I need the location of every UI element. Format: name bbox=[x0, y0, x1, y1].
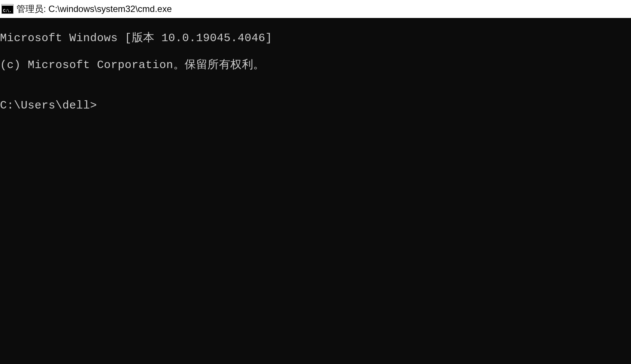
cmd-icon-text: C:\. bbox=[3, 9, 11, 13]
terminal-input[interactable] bbox=[97, 99, 631, 112]
cmd-icon: C:\. bbox=[1, 4, 13, 14]
terminal-prompt: C:\Users\dell> bbox=[0, 99, 97, 112]
terminal-area[interactable]: Microsoft Windows [版本 10.0.19045.4046] (… bbox=[0, 18, 631, 364]
window-titlebar[interactable]: C:\. 管理员: C:\windows\system32\cmd.exe bbox=[0, 0, 631, 18]
terminal-prompt-line: C:\Users\dell> bbox=[0, 99, 631, 112]
window-title: 管理员: C:\windows\system32\cmd.exe bbox=[16, 3, 172, 15]
terminal-output-line: (c) Microsoft Corporation。保留所有权利。 bbox=[0, 58, 631, 72]
terminal-output-line: Microsoft Windows [版本 10.0.19045.4046] bbox=[0, 31, 631, 45]
